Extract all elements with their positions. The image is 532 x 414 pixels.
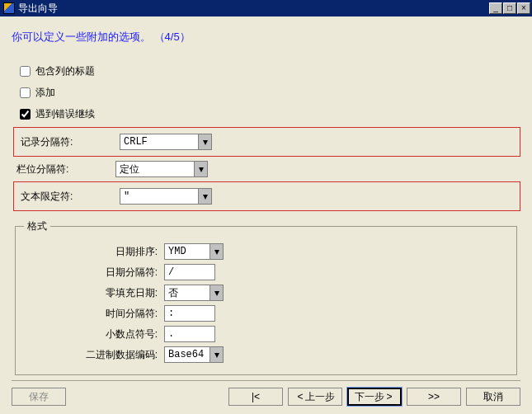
binary-enc-label: 二进制数据编码: [24, 348, 164, 362]
append-label: 添加 [35, 86, 55, 100]
decimal-row: 小数点符号: [24, 325, 508, 343]
checkbox-include-headers-row: 包含列的标题 [16, 63, 520, 79]
zero-fill-combo[interactable]: 否 ▾ [164, 285, 224, 301]
date-sep-input[interactable] [164, 264, 215, 280]
back-button[interactable]: < 上一步 [288, 388, 342, 406]
close-button[interactable]: × [517, 2, 530, 14]
text-qualifier-combo[interactable]: " ▾ [120, 188, 212, 205]
record-separator-label: 记录分隔符: [21, 135, 120, 149]
window-title: 导出向导 [18, 0, 58, 16]
next-button[interactable]: 下一步 > [347, 388, 402, 406]
highlight-text-qualifier: 文本限定符: " ▾ [13, 181, 520, 211]
time-sep-input[interactable] [164, 305, 215, 322]
time-sep-label: 时间分隔符: [24, 307, 164, 321]
title-bar: 导出向导 _ □ × [0, 0, 532, 16]
record-separator-combo[interactable]: CRLF ▾ [120, 134, 212, 150]
continue-on-error-label: 遇到错误继续 [35, 107, 95, 121]
binary-enc-value: Base64 [165, 349, 210, 360]
binary-enc-combo[interactable]: Base64 ▾ [164, 346, 224, 363]
chevron-down-icon: ▾ [198, 189, 211, 204]
first-icon: |< [250, 391, 261, 402]
chevron-right-icon: > [384, 391, 393, 402]
include-headers-label: 包含列的标题 [35, 64, 95, 78]
minimize-button[interactable]: _ [489, 2, 502, 14]
chevron-left-icon: < [295, 391, 304, 402]
zero-fill-label: 零填充日期: [24, 286, 164, 300]
chevron-down-icon: ▾ [198, 134, 211, 149]
last-button[interactable]: >> [407, 388, 461, 406]
text-qualifier-value: " [120, 191, 198, 202]
cancel-button[interactable]: 取消 [466, 388, 520, 406]
format-legend: 格式 [24, 219, 50, 233]
highlight-record-separator: 记录分隔符: CRLF ▾ [13, 127, 520, 157]
zero-fill-value: 否 [165, 286, 210, 300]
date-order-value: YMD [165, 246, 210, 257]
field-separator-label: 栏位分隔符: [16, 162, 115, 176]
include-headers-checkbox[interactable] [20, 66, 31, 77]
checkbox-append-row: 添加 [16, 84, 520, 101]
footer: 保存 |< < 上一步 下一步 > >> 取消 [12, 380, 520, 406]
continue-on-error-checkbox[interactable] [20, 109, 31, 120]
app-icon [3, 2, 15, 14]
text-qualifier-label: 文本限定符: [21, 190, 120, 204]
page-heading: 你可以定义一些附加的选项。 （4/5） [12, 30, 520, 45]
chevron-down-icon: ▾ [210, 244, 223, 259]
zero-fill-row: 零填充日期: 否 ▾ [24, 284, 508, 302]
record-separator-value: CRLF [120, 136, 198, 148]
date-order-label: 日期排序: [24, 245, 164, 259]
last-icon: >> [426, 391, 441, 402]
chevron-down-icon: ▾ [210, 285, 223, 300]
date-sep-row: 日期分隔符: [24, 263, 508, 281]
decimal-input[interactable] [164, 326, 215, 342]
append-checkbox[interactable] [20, 87, 31, 98]
field-separator-row: 栏位分隔符: 定位 ▾ [16, 159, 520, 179]
field-separator-value: 定位 [116, 162, 194, 176]
checkbox-continue-on-error-row: 遇到错误继续 [16, 106, 520, 122]
time-sep-row: 时间分隔符: [24, 304, 508, 322]
decimal-label: 小数点符号: [24, 327, 164, 341]
maximize-button[interactable]: □ [503, 2, 516, 14]
date-order-row: 日期排序: YMD ▾ [24, 242, 508, 261]
record-separator-row: 记录分隔符: CRLF ▾ [21, 132, 518, 152]
date-order-combo[interactable]: YMD ▾ [164, 243, 224, 260]
date-sep-label: 日期分隔符: [24, 266, 164, 280]
format-group: 格式 日期排序: YMD ▾ 日期分隔符: 零填充日期: 否 ▾ 时间分隔符: … [15, 219, 517, 375]
window-controls: _ □ × [488, 2, 532, 14]
field-separator-combo[interactable]: 定位 ▾ [115, 161, 208, 177]
first-button[interactable]: |< [228, 388, 283, 406]
chevron-down-icon: ▾ [194, 162, 207, 176]
save-button[interactable]: 保存 [12, 388, 66, 406]
chevron-down-icon: ▾ [210, 347, 223, 362]
text-qualifier-row: 文本限定符: " ▾ [21, 186, 518, 206]
binary-enc-row: 二进制数据编码: Base64 ▾ [24, 346, 508, 364]
client-area: 你可以定义一些附加的选项。 （4/5） 包含列的标题 添加 遇到错误继续 记录分… [0, 16, 532, 414]
